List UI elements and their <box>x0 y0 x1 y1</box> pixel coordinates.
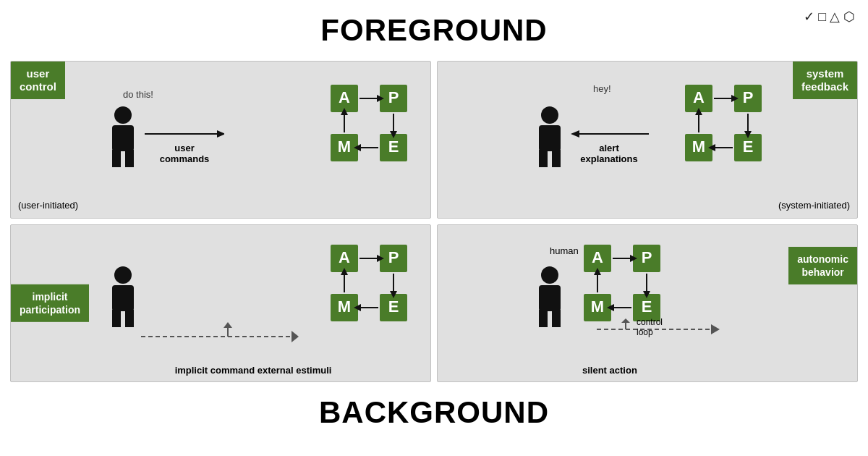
arrow-user-commands: usercommands <box>145 127 224 164</box>
apex-diagram-1: A P E M <box>329 83 409 166</box>
svg-text:P: P <box>388 248 399 266</box>
svg-text:E: E <box>388 297 399 316</box>
person-figure-2 <box>532 105 568 173</box>
svg-text:M: M <box>338 297 351 316</box>
arrow-label-4: silent action <box>582 365 637 376</box>
dashed-arrow-implicit <box>105 322 307 354</box>
svg-rect-23 <box>539 125 561 151</box>
svg-rect-45 <box>112 285 134 311</box>
svg-marker-27 <box>571 130 579 138</box>
svg-rect-70 <box>539 310 548 327</box>
top-icons: ✓ □ △ ⬡ <box>804 9 855 25</box>
cell-autonomic-behavior: autonomicbehavior human A P E M <box>437 224 858 382</box>
svg-text:P: P <box>388 88 399 106</box>
apex-diagram-2: A P E M <box>684 83 763 166</box>
svg-rect-25 <box>552 150 561 167</box>
human-label: human <box>550 245 579 256</box>
speech-do-this: do this! <box>123 89 153 100</box>
svg-rect-2 <box>112 150 121 167</box>
speech-hey: hey! <box>593 83 611 94</box>
svg-rect-24 <box>539 150 548 167</box>
person-figure-4 <box>532 265 568 333</box>
cell-implicit-participation: implicitparticipation impl <box>10 224 431 382</box>
control-loop-label: controlloop <box>637 317 663 338</box>
svg-rect-1 <box>112 125 134 151</box>
cell-system-feedback: systemfeedback hey! alertexplanations <box>437 61 858 219</box>
svg-text:M: M <box>338 138 351 156</box>
cell-user-control: user control do this! usercommands <box>10 61 431 219</box>
svg-rect-69 <box>539 285 561 311</box>
svg-text:A: A <box>339 88 350 106</box>
svg-text:P: P <box>642 248 652 266</box>
svg-text:E: E <box>743 138 754 156</box>
svg-point-0 <box>114 106 132 124</box>
svg-point-22 <box>541 106 558 124</box>
svg-text:A: A <box>693 88 705 106</box>
svg-text:A: A <box>592 248 603 266</box>
svg-text:A: A <box>339 248 350 266</box>
arrow-label-3: implicit command external estimuli <box>83 365 423 376</box>
badge-user-control: user control <box>11 62 65 99</box>
svg-text:M: M <box>692 138 705 156</box>
apex-diagram-3: A P E M <box>329 243 409 326</box>
person-figure-1 <box>105 105 141 173</box>
svg-point-68 <box>541 266 558 284</box>
dashed-arrow-silent: controlloop <box>582 318 727 354</box>
svg-marker-89 <box>711 324 720 334</box>
svg-marker-49 <box>292 331 299 342</box>
badge-system-feedback: systemfeedback <box>793 62 857 99</box>
svg-marker-5 <box>217 130 224 138</box>
apex-diagram-4: A P E M <box>582 243 662 326</box>
main-grid: user control do this! usercommands <box>0 55 868 388</box>
arrow-alert-explanations: alertexplanations <box>569 127 649 164</box>
arrow-label-2: alertexplanations <box>580 143 637 164</box>
arrow-label-1: usercommands <box>160 143 210 164</box>
bottom-title: BACKGROUND <box>0 388 868 430</box>
bottom-label-system-initiated: (system-initiated) <box>778 200 850 211</box>
svg-rect-71 <box>552 310 561 327</box>
badge-implicit-participation: implicitparticipation <box>11 284 89 322</box>
svg-marker-91 <box>621 318 630 323</box>
svg-text:P: P <box>743 88 754 106</box>
svg-rect-3 <box>125 150 134 167</box>
svg-point-44 <box>114 266 132 284</box>
page-title: FOREGROUND <box>0 0 868 55</box>
bottom-label-user-initiated: (user-initiated) <box>18 200 78 211</box>
svg-marker-51 <box>224 322 232 328</box>
svg-text:E: E <box>388 138 399 156</box>
svg-text:E: E <box>642 297 652 316</box>
svg-text:M: M <box>591 297 604 316</box>
badge-autonomic-behavior: autonomicbehavior <box>788 247 857 284</box>
